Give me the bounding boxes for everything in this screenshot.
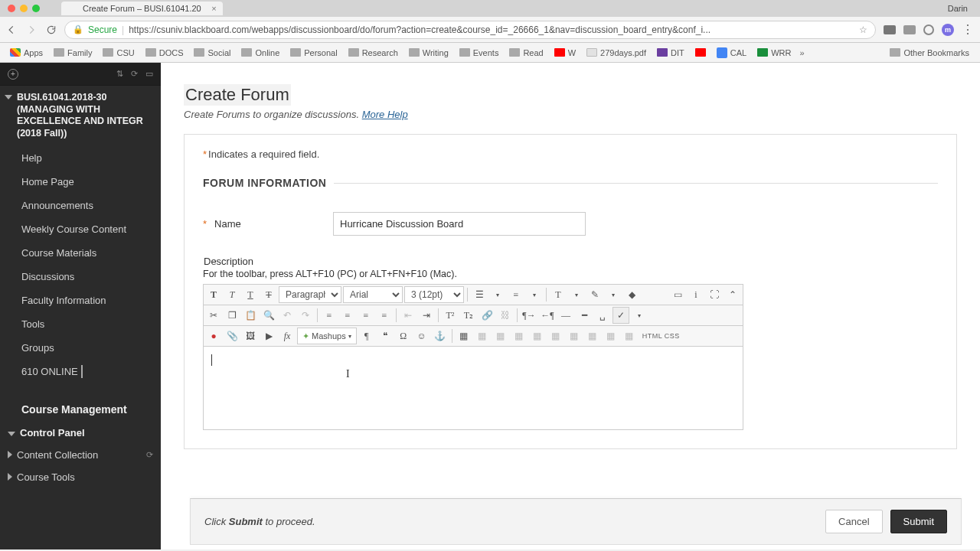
superscript-icon[interactable]: T² bbox=[442, 307, 459, 324]
strike-icon[interactable]: T bbox=[260, 286, 277, 303]
sidebar-item-homepage[interactable]: Home Page bbox=[0, 170, 161, 194]
dropdown-icon[interactable]: ▾ bbox=[605, 286, 622, 303]
outdent-icon[interactable]: ⇤ bbox=[400, 307, 416, 324]
submit-button[interactable]: Submit bbox=[890, 510, 947, 533]
italic-icon[interactable]: T bbox=[224, 286, 240, 303]
bookmark-folder[interactable]: Events bbox=[456, 47, 503, 59]
maximize-window-icon[interactable] bbox=[32, 5, 40, 12]
close-tab-icon[interactable]: × bbox=[211, 4, 216, 13]
sidebar-item-weekly-content[interactable]: Weekly Course Content bbox=[0, 217, 161, 241]
number-list-icon[interactable]: ≡ bbox=[508, 286, 524, 303]
sidebar-item-course-tools[interactable]: Course Tools bbox=[0, 466, 161, 488]
add-menu-icon[interactable]: + bbox=[8, 69, 18, 80]
extension-icon[interactable] bbox=[884, 25, 896, 34]
underline-icon[interactable]: T bbox=[242, 286, 259, 303]
sidebar-item-groups[interactable]: Groups bbox=[0, 336, 161, 360]
bookmark-folder[interactable]: Research bbox=[345, 47, 402, 59]
bookmark-folder[interactable]: Personal bbox=[286, 47, 341, 59]
hr-icon[interactable]: ━ bbox=[576, 307, 593, 324]
bookmark-folder[interactable]: Read bbox=[505, 47, 547, 59]
html-css-button[interactable]: HTML CSS bbox=[639, 328, 683, 344]
bookmark-link[interactable]: CAL bbox=[713, 46, 750, 60]
bookmark-folder[interactable]: Family bbox=[50, 47, 96, 59]
reload-icon[interactable] bbox=[46, 24, 57, 35]
subscript-icon[interactable]: T₂ bbox=[460, 307, 477, 324]
more-help-link[interactable]: More Help bbox=[362, 109, 408, 120]
paste-icon[interactable]: 📋 bbox=[242, 307, 259, 324]
description-textarea[interactable]: I bbox=[204, 347, 743, 429]
menu-icon[interactable]: ⋮ bbox=[962, 27, 974, 33]
table-cell-icon[interactable]: ▦ bbox=[511, 328, 528, 344]
refresh-icon[interactable]: ⟳ bbox=[131, 69, 138, 79]
dropdown-icon[interactable]: ▾ bbox=[568, 286, 585, 303]
emoticon-icon[interactable]: ☺ bbox=[413, 328, 430, 344]
name-input[interactable] bbox=[333, 212, 586, 236]
other-bookmarks[interactable]: Other Bookmarks bbox=[885, 47, 974, 59]
table-icon[interactable]: ▦ bbox=[456, 328, 472, 344]
bookmark-apps[interactable]: Apps bbox=[6, 47, 47, 59]
address-bar[interactable]: 🔒 Secure | https://csuniv.blackboard.com… bbox=[64, 21, 876, 39]
profile-name[interactable]: Darin bbox=[936, 4, 980, 13]
back-icon[interactable] bbox=[6, 24, 17, 35]
table-merge-icon[interactable]: ▦ bbox=[566, 328, 583, 344]
forward-icon[interactable] bbox=[26, 24, 37, 35]
dropdown-icon[interactable]: ▾ bbox=[489, 286, 506, 303]
course-title-row[interactable]: BUSI.61041.2018-30 (MANAGING WITH EXCELL… bbox=[0, 86, 161, 146]
redo-icon[interactable]: ↷ bbox=[297, 307, 314, 324]
sidebar-item-control-panel[interactable]: Control Panel bbox=[0, 422, 161, 444]
bookmarks-overflow-icon[interactable]: » bbox=[799, 48, 804, 57]
undo-icon[interactable]: ↶ bbox=[279, 307, 296, 324]
reorder-icon[interactable]: ⇅ bbox=[116, 69, 123, 79]
fullscreen-icon[interactable]: ⛶ bbox=[706, 286, 723, 303]
align-left-icon[interactable]: ≡ bbox=[321, 307, 338, 324]
bookmark-link[interactable]: W bbox=[550, 47, 580, 59]
dropdown-icon[interactable]: ▾ bbox=[526, 286, 543, 303]
sidebar-item-online[interactable]: 610 ONLINE bbox=[0, 360, 161, 383]
sidebar-item-discussions[interactable]: Discussions bbox=[0, 265, 161, 289]
help-icon[interactable]: i bbox=[688, 286, 704, 303]
link-icon[interactable]: 🔗 bbox=[479, 307, 495, 324]
browser-tab[interactable]: Create Forum – BUSI.61041.20 × bbox=[61, 2, 223, 15]
clear-format-icon[interactable]: ◆ bbox=[623, 286, 640, 303]
bookmark-link[interactable]: DIT bbox=[653, 47, 688, 59]
table-col-icon[interactable]: ▦ bbox=[492, 328, 509, 344]
bookmark-link[interactable]: WRR bbox=[753, 47, 795, 59]
bookmark-folder[interactable]: Online bbox=[237, 47, 283, 59]
preview-icon[interactable]: ▭ bbox=[669, 286, 686, 303]
align-right-icon[interactable]: ≡ bbox=[358, 307, 374, 324]
close-window-icon[interactable] bbox=[8, 5, 15, 12]
font-select[interactable]: Arial bbox=[343, 286, 403, 303]
blockquote-icon[interactable]: ❝ bbox=[377, 328, 394, 344]
sidebar-item-tools[interactable]: Tools bbox=[0, 312, 161, 336]
find-icon[interactable]: 🔍 bbox=[260, 307, 277, 324]
sidebar-item-help[interactable]: Help bbox=[0, 146, 161, 170]
sidebar-item-announcements[interactable]: Announcements bbox=[0, 194, 161, 217]
table-split-icon[interactable]: ▦ bbox=[584, 328, 601, 344]
table-props-icon[interactable]: ▦ bbox=[603, 328, 619, 344]
unlink-icon[interactable]: ⛓ bbox=[497, 307, 514, 324]
rtl-icon[interactable]: ←¶ bbox=[539, 307, 556, 324]
fx-icon[interactable]: fx bbox=[279, 328, 296, 344]
sidebar-item-faculty[interactable]: Faculty Information bbox=[0, 289, 161, 312]
extension-icon[interactable] bbox=[923, 24, 934, 35]
attach-icon[interactable]: 📎 bbox=[224, 328, 240, 344]
bold-icon[interactable]: T bbox=[205, 286, 222, 303]
image-icon[interactable]: 🖼 bbox=[242, 328, 259, 344]
bookmark-star-icon[interactable]: ☆ bbox=[859, 24, 867, 35]
align-center-icon[interactable]: ≡ bbox=[339, 307, 356, 324]
table-row-icon[interactable]: ▦ bbox=[474, 328, 491, 344]
nbsp-icon[interactable]: ␣ bbox=[594, 307, 611, 324]
sidebar-item-course-materials[interactable]: Course Materials bbox=[0, 241, 161, 265]
symbol-icon[interactable]: Ω bbox=[395, 328, 412, 344]
ltr-icon[interactable]: ¶→ bbox=[521, 307, 537, 324]
show-blocks-icon[interactable]: ¶ bbox=[358, 328, 375, 344]
indent-icon[interactable]: ⇥ bbox=[418, 307, 435, 324]
table-del-col-icon[interactable]: ▦ bbox=[547, 328, 564, 344]
bookmark-folder[interactable]: DOCS bbox=[142, 47, 188, 59]
bookmark-link[interactable]: 279days.pdf bbox=[583, 47, 650, 59]
bookmark-folder[interactable]: Social bbox=[190, 47, 234, 59]
copy-icon[interactable]: ❐ bbox=[224, 307, 240, 324]
format-select[interactable]: Paragraph bbox=[279, 286, 341, 303]
table-del-row-icon[interactable]: ▦ bbox=[529, 328, 546, 344]
extension-m-icon[interactable]: m bbox=[942, 24, 954, 36]
